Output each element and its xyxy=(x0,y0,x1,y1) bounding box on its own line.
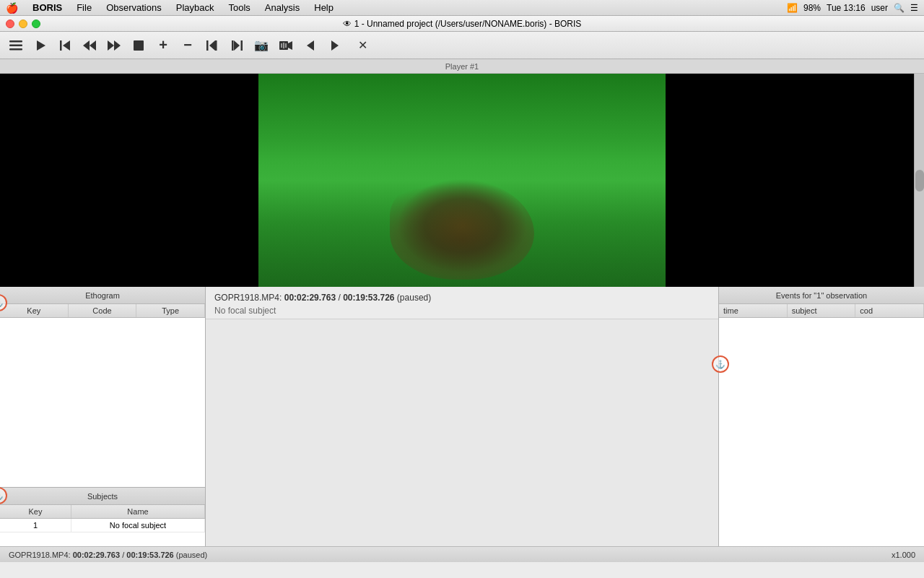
events-col-subject: subject xyxy=(788,304,856,317)
svg-rect-14 xyxy=(232,40,234,51)
video-content[interactable] xyxy=(258,74,665,287)
search-icon[interactable]: 🔍 xyxy=(894,3,905,13)
toggle-video-button[interactable] xyxy=(276,35,296,56)
ethogram-panel: Ethogram Key Code Type xyxy=(0,287,205,487)
svg-rect-13 xyxy=(215,40,217,51)
obs-current-time: 00:02:29.763 xyxy=(284,293,336,303)
status-paused: (paused) xyxy=(176,551,207,559)
menu-tools[interactable]: Tools xyxy=(222,1,256,14)
svg-marker-7 xyxy=(83,40,90,51)
subjects-row-1: 1 No focal subject xyxy=(0,519,205,532)
video-scrollbar-thumb[interactable] xyxy=(915,170,924,191)
svg-marker-8 xyxy=(108,40,114,51)
menu-observations[interactable]: Observations xyxy=(100,1,167,14)
window-controls xyxy=(6,20,40,28)
svg-marker-15 xyxy=(234,40,240,51)
play-button[interactable] xyxy=(30,35,51,56)
status-file-info: GOPR1918.MP4: 00:02:29.763 / 00:19:53.72… xyxy=(9,551,207,559)
obs-status: (paused) xyxy=(397,293,431,303)
ethogram-col-code: Code xyxy=(69,304,137,317)
svg-marker-9 xyxy=(114,40,121,51)
menu-bar: 🍎 BORIS File Observations Playback Tools… xyxy=(0,0,924,16)
svg-rect-4 xyxy=(60,40,62,51)
status-filename: GOPR1918.MP4: xyxy=(9,551,71,559)
events-col-code: cod xyxy=(855,304,924,317)
lower-section: ⚓ Ethogram Key Code Type ⚓ xyxy=(0,287,924,562)
svg-rect-2 xyxy=(9,48,22,51)
fast-forward-button[interactable] xyxy=(104,35,124,56)
username: user xyxy=(871,3,888,13)
ethogram-anchor[interactable]: ⚓ xyxy=(0,294,7,311)
window-title: 👁1 - Unnamed project (/Users/user/NONAME… xyxy=(343,19,582,29)
title-bar: 👁1 - Unnamed project (/Users/user/NONAME… xyxy=(0,16,924,32)
events-header: Events for "1" observation xyxy=(719,287,924,304)
obs-filename: GOPR1918.MP4: xyxy=(214,293,282,303)
subjects-col-key: Key xyxy=(0,505,71,518)
observation-info: GOPR1918.MP4: 00:02:29.763 / 00:19:53.72… xyxy=(206,287,718,319)
ethogram-col-type: Type xyxy=(136,304,205,317)
events-table-header: time subject cod xyxy=(719,304,924,318)
apple-menu[interactable]: 🍎 xyxy=(6,2,18,14)
svg-marker-23 xyxy=(331,40,339,51)
status-current-time: 00:02:29.763 xyxy=(73,551,120,559)
obs-file-info: GOPR1918.MP4: 00:02:29.763 / 00:19:53.72… xyxy=(214,293,710,303)
control-center-icon[interactable]: ☰ xyxy=(910,3,918,13)
stop-button[interactable] xyxy=(128,35,149,56)
go-to-start-button[interactable] xyxy=(202,35,222,56)
svg-rect-0 xyxy=(9,40,22,43)
menu-analysis[interactable]: Analysis xyxy=(259,1,305,14)
hamburger-menu-button[interactable] xyxy=(6,35,26,56)
add-event-button[interactable]: + xyxy=(153,35,173,56)
svg-marker-3 xyxy=(37,40,45,51)
svg-marker-18 xyxy=(288,41,292,50)
video-frame xyxy=(0,74,924,287)
subject-key-1: 1 xyxy=(0,519,71,532)
ethogram-col-key: Key xyxy=(0,304,69,317)
video-black-left xyxy=(0,74,258,287)
close-window-button[interactable] xyxy=(6,20,14,28)
player-label: Player #1 xyxy=(0,59,924,74)
svg-rect-1 xyxy=(9,44,22,46)
forward-arrow-button[interactable] xyxy=(325,35,345,56)
svg-rect-11 xyxy=(206,40,209,51)
clock: Tue 13:16 xyxy=(827,3,866,13)
wifi-icon: 📶 xyxy=(787,3,798,13)
menu-file[interactable]: File xyxy=(71,1,97,14)
menu-boris[interactable]: BORIS xyxy=(27,1,68,14)
events-panel: ⚓ Events for "1" observation time subjec… xyxy=(718,287,924,562)
svg-marker-12 xyxy=(209,40,215,51)
rewind-button[interactable] xyxy=(79,35,100,56)
events-col-time: time xyxy=(719,304,788,317)
events-anchor[interactable]: ⚓ xyxy=(712,355,729,373)
status-total-time: 00:19:53.726 xyxy=(126,551,173,559)
events-table-body xyxy=(719,318,924,562)
obs-subject: No focal subject xyxy=(214,306,710,316)
status-bar: GOPR1918.MP4: 00:02:29.763 / 00:19:53.72… xyxy=(0,546,924,562)
ethogram-table-body xyxy=(0,318,205,487)
svg-marker-22 xyxy=(307,40,314,51)
subjects-anchor[interactable]: ⚓ xyxy=(0,487,7,504)
subjects-header: Subjects xyxy=(0,488,205,505)
remove-event-button[interactable]: − xyxy=(178,35,198,56)
snapshot-button[interactable]: 📷 xyxy=(251,35,271,56)
ethogram-table-header: Key Code Type xyxy=(0,304,205,318)
obs-total-time: 00:19:53.726 xyxy=(343,293,394,303)
menu-help[interactable]: Help xyxy=(308,1,339,14)
toolbar: + − 📷 ✕ xyxy=(0,32,924,59)
close-player-button[interactable]: ✕ xyxy=(352,35,372,56)
subjects-table-header: Key Name xyxy=(0,505,205,519)
skip-to-start-button[interactable] xyxy=(55,35,75,56)
svg-rect-16 xyxy=(241,40,243,51)
video-black-right xyxy=(666,74,924,287)
playback-speed: x1.000 xyxy=(892,551,915,559)
eye-icon: 👁 xyxy=(343,19,352,29)
go-to-end-button[interactable] xyxy=(227,35,247,56)
obs-content-area[interactable] xyxy=(206,319,718,550)
svg-rect-10 xyxy=(134,40,144,51)
maximize-window-button[interactable] xyxy=(32,20,40,28)
minimize-window-button[interactable] xyxy=(19,20,27,28)
back-arrow-button[interactable] xyxy=(300,35,321,56)
menu-playback[interactable]: Playback xyxy=(170,1,220,14)
subject-name-1: No focal subject xyxy=(71,519,205,532)
svg-marker-6 xyxy=(90,40,96,51)
